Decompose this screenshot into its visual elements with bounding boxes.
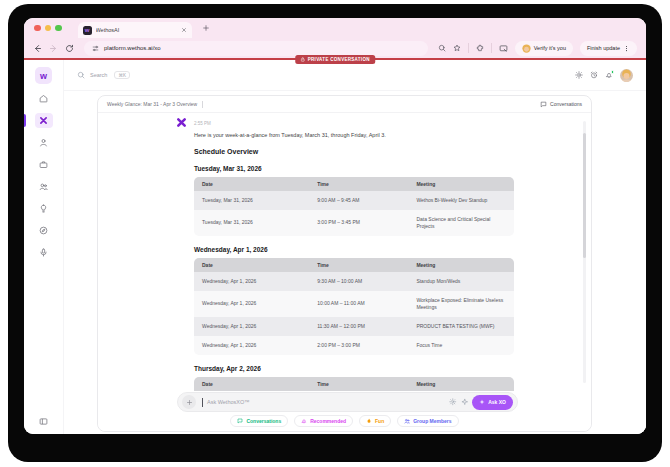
chip-group-members[interactable]: Group Members [397,415,458,427]
notifications-button[interactable] [605,71,613,79]
notification-dot [611,70,615,74]
new-tab-icon[interactable] [202,24,210,32]
top-bar: Search ⌘K [64,60,646,91]
table-header-row: DateTimeMeeting [194,377,514,391]
column-header: Meeting [408,377,514,391]
chat-area: 2:55 PM Here is your week-at-a-glance fr… [98,113,591,431]
compass-icon [39,226,48,235]
chip-recommended[interactable]: Recommended [294,415,353,427]
chat-column: 2:55 PM Here is your week-at-a-glance fr… [194,113,514,429]
kebab-menu-icon[interactable] [623,45,630,52]
attach-button[interactable] [182,395,196,409]
avatar-image [620,69,633,82]
schedule-day-section: Tuesday, Mar 31, 2026 DateTimeMeeting Tu… [194,165,514,236]
table-cell: PRODUCT BETA TESTING (MWF) [408,317,514,336]
sidebar-item-voice[interactable] [35,245,53,260]
quick-links: Conversations Recommended Fun Group [98,415,591,427]
zoom-window-button[interactable] [55,25,62,32]
table-cell: Standup Mon/Weds [408,272,514,291]
zoom-page-icon[interactable] [438,44,446,52]
sidebar-item-home[interactable] [35,91,53,106]
day-heading: Thursday, Apr 2, 2026 [194,365,514,372]
table-cell: 9:30 AM – 10:00 AM [309,272,408,291]
browser-tab[interactable]: w WethosAI [78,22,192,38]
bookmark-star-icon[interactable] [453,44,461,52]
sidebar-item-profile[interactable] [35,135,53,150]
site-settings-icon[interactable] [92,45,99,52]
search-shortcut-badge: ⌘K [114,71,130,79]
schedule-days: Tuesday, Mar 31, 2026 DateTimeMeeting Tu… [194,165,514,429]
message-text: Here is your week-at-a-glance from Tuesd… [194,132,514,140]
column-header: Time [309,177,408,191]
briefcase-icon [39,160,48,169]
table-cell: Wednesday, Apr 1, 2026 [194,336,309,355]
tab-close-icon[interactable] [181,27,187,33]
search-icon [77,71,85,79]
url-bar[interactable]: platform.wethos.ai/xo [84,41,428,56]
conversation-title[interactable]: Weekly Glance: Mar 31 - Apr 3 Overview [107,101,197,107]
xo-message-avatar [176,117,187,128]
chip-conversations[interactable]: Conversations [230,415,288,427]
verify-label: Verify it's you [534,45,566,51]
back-icon[interactable] [33,44,42,53]
column-header: Date [194,177,309,191]
home-icon [39,94,48,103]
scrollbar-thumb[interactable] [583,133,586,258]
sidebar-item-work[interactable] [35,157,53,172]
header-divider [202,101,203,108]
gear-icon[interactable] [449,398,457,406]
finish-update-button[interactable]: Finish update [580,41,637,56]
close-window-button[interactable] [34,25,41,32]
browser-window: w WethosAI platform.wethos.ai/xo Verify … [24,18,646,434]
table-cell: Focus Time [408,336,514,355]
verify-identity-button[interactable]: Verify it's you [515,41,573,56]
sidebar-collapse[interactable] [24,417,63,426]
plus-icon [186,399,193,406]
wethos-logo[interactable]: w [35,67,52,84]
chip-fun[interactable]: Fun [359,415,391,427]
main-area: Search ⌘K Weekly Glance: Mar 31 - A [64,60,646,434]
minimize-window-button[interactable] [45,25,52,32]
search-input[interactable]: Search [90,72,107,78]
sidebar-item-xo[interactable] [35,113,53,128]
browser-chrome: w WethosAI platform.wethos.ai/xo Verify … [24,18,646,58]
private-badge-label: PRIVATE CONVERSATION [308,57,370,62]
lightbulb-icon [39,204,48,213]
conversation-panel: Weekly Glance: Mar 31 - Apr 3 Overview C… [97,95,592,432]
tab-title: WethosAI [96,27,177,33]
mic-icon [39,248,48,257]
conversations-button[interactable]: Conversations [540,101,582,108]
lock-icon [300,57,305,62]
chip-label: Conversations [246,418,281,424]
team-icon [39,182,48,191]
reload-icon[interactable] [65,44,74,53]
extensions-icon[interactable] [476,44,484,52]
sparkle-icon[interactable] [461,398,469,406]
table-header-row: DateTimeMeeting [194,177,514,191]
table-cell: 11:30 AM – 12:00 PM [309,317,408,336]
sidebar-item-explore[interactable] [35,223,53,238]
chip-label: Group Members [413,418,451,424]
column-header: Meeting [408,258,514,272]
table-cell: Tuesday, Mar 31, 2026 [194,191,309,210]
table-cell: Wednesday, Apr 1, 2026 [194,291,309,317]
user-avatar[interactable] [620,69,633,82]
composer-input[interactable]: Ask WethosXO™ [207,399,250,405]
browser-panel-icon[interactable] [499,44,508,53]
ask-xo-button[interactable]: Ask XO [472,395,513,410]
sidebar-item-insights[interactable] [35,201,53,216]
ask-xo-icon [479,399,485,405]
message-composer[interactable]: Ask WethosXO™ Ask XO [177,392,518,412]
sidebar-item-team[interactable] [35,179,53,194]
table-cell: Workplace Exposed: Eliminate Useless Mee… [408,291,514,317]
xo-logo-icon [176,117,187,128]
ask-xo-label: Ask XO [488,399,506,405]
theme-sun-icon[interactable] [575,71,583,79]
table-row: Wednesday, Apr 1, 202611:30 AM – 12:00 P… [194,317,514,336]
forward-icon[interactable] [49,44,58,53]
schedule-table: DateTimeMeeting Wednesday, Apr 1, 20269:… [194,258,514,355]
toolbar-divider [468,43,469,53]
alarm-icon[interactable] [590,71,598,79]
column-header: Time [309,258,408,272]
toolbar-divider [491,43,492,53]
